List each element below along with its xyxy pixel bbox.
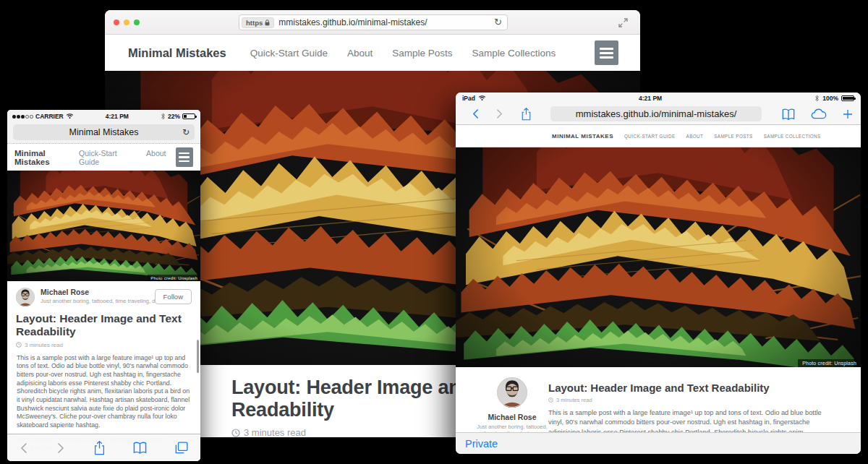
read-time: 3 minutes read	[548, 397, 833, 403]
battery-percent: 100%	[822, 95, 838, 102]
reload-icon[interactable]: ↻	[182, 124, 190, 140]
clock-icon	[16, 342, 22, 348]
status-time: 4:21 PM	[74, 113, 161, 120]
site-title-link[interactable]: Minimal Mistakes	[14, 149, 79, 166]
bluetooth-icon	[161, 113, 166, 120]
https-label: https	[246, 19, 263, 27]
ipad-safari-toolbar: mmistakes.github.io/minimal-mistakes/	[456, 103, 861, 125]
article-paragraph-1: This is a sample post with a large featu…	[7, 348, 200, 430]
nav-quick-start-guide[interactable]: Quick-Start Guide	[250, 48, 328, 59]
read-time-label: 3 minutes read	[244, 427, 306, 437]
share-icon[interactable]	[93, 441, 106, 455]
nav-quick-start-guide[interactable]: Quick-Start Guide	[624, 134, 675, 139]
address-bar[interactable]: https mmistakes.github.io/minimal-mistak…	[239, 14, 508, 30]
screenshot-canvas: https mmistakes.github.io/minimal-mistak…	[0, 0, 868, 464]
nav-about[interactable]: About	[686, 134, 704, 139]
battery-percent: 22%	[168, 113, 180, 120]
read-time-label: 3 minutes read	[556, 397, 592, 403]
site-masthead: Minimal Mistakes Quick-Start Guide About…	[105, 35, 640, 71]
author-name: Michael Rose	[475, 413, 550, 421]
status-time: 4:21 PM	[486, 95, 814, 102]
iphone-safari-chrome: CARRIER 4:21 PM 22% Minimal Mistakes ↻	[7, 110, 200, 143]
signal-dots-icon	[12, 113, 34, 120]
dried-leaves-photo	[456, 147, 861, 367]
author-block: Michael Rose Just another boring, tattoo…	[475, 377, 550, 437]
ipad-site-nav: Minimal Mistakes Quick-Start Guide About…	[456, 125, 861, 147]
share-icon[interactable]	[521, 108, 532, 121]
site-title-link[interactable]: Minimal Mistakes	[552, 133, 613, 139]
read-time: 3 minutes read	[7, 338, 200, 348]
iphone-bottom-toolbar	[7, 434, 200, 461]
back-button[interactable]	[20, 442, 28, 454]
https-badge: https	[242, 17, 274, 28]
follow-button[interactable]: Follow	[155, 289, 192, 304]
url-text: mmistakes.github.io/minimal-mistakes/	[550, 106, 762, 121]
ipad-article-content: Michael Rose Just another boring, tattoo…	[456, 367, 861, 432]
wifi-icon	[66, 113, 74, 119]
private-browsing-bar[interactable]: Private	[456, 432, 861, 454]
photo-credit-badge: Photo credit: Unsplash	[148, 275, 200, 281]
nav-sample-collections[interactable]: Sample Collections	[472, 48, 556, 59]
private-label: Private	[465, 438, 498, 450]
ipad-address-bar[interactable]: mmistakes.github.io/minimal-mistakes/	[550, 106, 762, 121]
browser-titlebar: https mmistakes.github.io/minimal-mistak…	[105, 10, 640, 35]
iphone-status-bar: CARRIER 4:21 PM 22%	[7, 110, 200, 122]
iphone-window: CARRIER 4:21 PM 22% Minimal Mistakes ↻ M…	[7, 110, 200, 461]
forward-button[interactable]	[495, 108, 503, 119]
nav-sample-collections[interactable]: Sample Collections	[764, 134, 821, 139]
iphone-url-title: Minimal Mistakes	[13, 124, 195, 140]
author-avatar	[497, 377, 527, 408]
bookmarks-icon[interactable]	[133, 442, 147, 454]
nav-about[interactable]: About	[347, 48, 373, 59]
nav-about[interactable]: About	[146, 149, 166, 166]
clock-icon	[548, 398, 553, 403]
forward-button[interactable]	[56, 442, 65, 454]
back-button[interactable]	[472, 108, 480, 119]
iphone-address-bar[interactable]: Minimal Mistakes ↻	[13, 124, 195, 140]
iphone-url-row: Minimal Mistakes ↻	[7, 122, 200, 143]
lock-icon	[265, 20, 270, 26]
minimize-traffic-light[interactable]	[124, 20, 129, 25]
bookmarks-icon[interactable]	[782, 108, 795, 120]
feature-image: Photo credit: Unsplash	[7, 171, 200, 281]
menu-hamburger-button[interactable]	[595, 40, 618, 65]
clock-icon	[231, 429, 240, 437]
author-block: Michael Rose Just another boring, tattoo…	[7, 281, 200, 308]
zoom-traffic-light[interactable]	[134, 20, 140, 25]
tabs-icon[interactable]	[175, 442, 188, 454]
icloud-tabs-icon[interactable]	[811, 108, 827, 119]
new-tab-icon[interactable]	[843, 109, 853, 119]
scrollbar[interactable]	[197, 340, 199, 373]
nav-sample-posts[interactable]: Sample Posts	[714, 134, 752, 139]
feature-image: Photo credit: Unsplash	[456, 147, 861, 367]
photo-credit-badge: Photo credit: Unsplash	[798, 359, 861, 367]
ipad-window: iPad 4:21 PM 100% mmistakes.github.io/mi…	[456, 93, 861, 454]
article-title: Layout: Header Image and Text Readabilit…	[548, 382, 833, 394]
dried-leaves-photo	[7, 171, 200, 281]
author-avatar	[16, 288, 35, 306]
reload-icon[interactable]: ↻	[494, 17, 502, 27]
expand-window-icon[interactable]	[618, 17, 629, 28]
read-time-label: 3 minutes read	[25, 342, 63, 348]
ipad-status-bar: iPad 4:21 PM 100%	[456, 93, 861, 103]
site-nav: Quick-Start Guide About Sample Posts Sam…	[250, 48, 556, 59]
battery-icon	[841, 95, 854, 101]
wifi-icon	[478, 95, 486, 101]
menu-hamburger-button[interactable]	[176, 147, 193, 167]
site-title-link[interactable]: Minimal Mistakes	[128, 46, 226, 60]
nav-sample-posts[interactable]: Sample Posts	[392, 48, 452, 59]
device-label: iPad	[462, 95, 475, 102]
close-traffic-light[interactable]	[114, 20, 119, 25]
nav-quick-start-guide[interactable]: Quick-Start Guide	[79, 149, 134, 166]
url-text: mmistakes.github.io/minimal-mistakes/	[278, 17, 507, 27]
iphone-site-nav: Minimal Mistakes Quick-Start Guide About	[7, 143, 200, 171]
battery-icon	[182, 113, 195, 119]
bluetooth-icon	[814, 95, 820, 102]
article-title: Layout: Header Image and Text Readabilit…	[7, 308, 200, 338]
carrier-label: CARRIER	[35, 113, 64, 120]
